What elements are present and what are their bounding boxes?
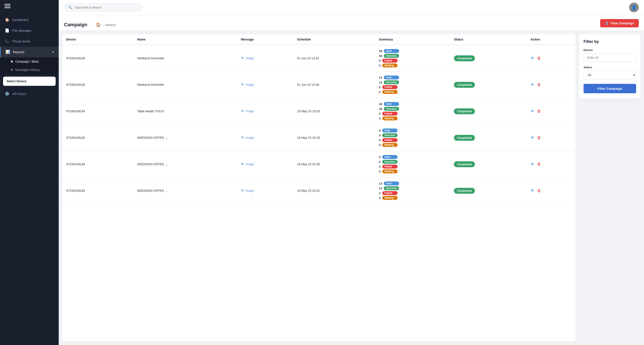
cell-action: 👁 🗑 bbox=[526, 45, 576, 72]
filter-device-input[interactable] bbox=[584, 53, 636, 62]
home-icon: 🏠 bbox=[5, 17, 9, 22]
cell-device: 97338149149 bbox=[62, 125, 133, 151]
clear-campaign-button[interactable]: 🗑️ Clear Campaign bbox=[600, 19, 639, 27]
eye-icon: 👁 bbox=[241, 136, 244, 140]
cell-action: 👁 🗑 bbox=[526, 151, 576, 178]
message-image-link[interactable]: 👁 image bbox=[241, 162, 289, 166]
message-image-link[interactable]: 👁 image bbox=[241, 83, 289, 87]
breadcrumb-home-icon[interactable]: 🏠 bbox=[96, 22, 101, 27]
cell-summary: 38total 38Success 0Failed 0Waiting bbox=[375, 98, 450, 125]
sidebar-header bbox=[0, 0, 59, 12]
sidebar-nav: 🏠 Dashboard 📄 File Manager 📞 Phone Book … bbox=[0, 12, 59, 345]
trash-icon: 🗑️ bbox=[605, 21, 609, 25]
view-button[interactable]: 👁 bbox=[530, 56, 534, 61]
cell-status: Completed bbox=[450, 125, 526, 151]
sidebar-sub-menu: Campaign / Blast Messages History bbox=[0, 57, 59, 74]
table-row: 97338149149 Table Awaits YOU!!! 👁 image … bbox=[62, 98, 576, 125]
sidebar-item-reports[interactable]: 📊 Reports ▾ bbox=[0, 47, 59, 57]
delete-button[interactable]: 🗑 bbox=[537, 135, 541, 140]
col-message: Message bbox=[237, 34, 293, 45]
cell-device: 97338149149 bbox=[62, 45, 133, 72]
message-image-link[interactable]: 👁 image bbox=[241, 136, 289, 140]
delete-button[interactable]: 🗑 bbox=[537, 188, 541, 193]
col-status: Status bbox=[450, 34, 526, 45]
select-device-box[interactable]: Select Device bbox=[3, 77, 56, 86]
filter-title: Filter by bbox=[584, 39, 636, 44]
eye-icon: 👁 bbox=[241, 189, 244, 193]
chevron-down-icon: ▾ bbox=[52, 50, 54, 54]
message-image-link[interactable]: 👁 image bbox=[241, 189, 289, 193]
cell-message: 👁 image bbox=[237, 125, 293, 151]
view-button[interactable]: 👁 bbox=[530, 135, 534, 140]
sidebar-item-phone-book[interactable]: 📞 Phone Book bbox=[0, 36, 59, 47]
view-button[interactable]: 👁 bbox=[530, 162, 534, 167]
cell-status: Completed bbox=[450, 45, 526, 72]
topbar: 🔍 👤 bbox=[59, 0, 644, 15]
cell-message: 👁 image bbox=[237, 98, 293, 125]
cell-summary: 4total 4Success 0Failed 0Waiting bbox=[375, 125, 450, 151]
col-summary: Summary bbox=[375, 34, 450, 45]
sidebar-item-messages-history[interactable]: Messages History bbox=[0, 66, 59, 74]
sidebar-sub-item-label: Campaign / Blast bbox=[15, 60, 39, 63]
view-button[interactable]: 👁 bbox=[530, 109, 534, 114]
cell-name: WEEKEND OFFER .... bbox=[133, 125, 237, 151]
search-bar[interactable]: 🔍 bbox=[64, 3, 143, 11]
sidebar: 🏠 Dashboard 📄 File Manager 📞 Phone Book … bbox=[0, 0, 59, 345]
table-row: 97338149149 Weekend Reminder 👁 image 01 … bbox=[62, 72, 576, 98]
cell-message: 👁 image bbox=[237, 72, 293, 98]
api-icon: ⚙️ bbox=[5, 91, 9, 96]
sidebar-item-api-docs[interactable]: ⚙️ API Docs bbox=[0, 88, 59, 99]
view-button[interactable]: 👁 bbox=[530, 188, 534, 193]
filter-device-label: Device bbox=[584, 48, 636, 52]
breadcrumb-current: History bbox=[105, 23, 116, 27]
inactive-dot bbox=[11, 69, 13, 71]
cell-status: Completed bbox=[450, 98, 526, 125]
phone-icon: 📞 bbox=[5, 39, 9, 43]
cell-schedule: 01 Jun 23 13:43 bbox=[293, 45, 375, 72]
col-schedule: Schedule bbox=[293, 34, 375, 45]
cell-schedule: 18 May 23 20:29 bbox=[293, 125, 375, 151]
table-row: 97338149149 WEEKEND OFFER .... 👁 image 1… bbox=[62, 125, 576, 151]
filter-campaign-button[interactable]: Filter Campaign bbox=[584, 84, 636, 93]
message-image-link[interactable]: 👁 image bbox=[241, 56, 289, 60]
sidebar-item-label: Dashboard bbox=[12, 18, 54, 22]
cell-name: Weekend Reminder bbox=[133, 45, 237, 72]
cell-name: WEEKEND OFFER .... bbox=[133, 178, 237, 204]
cell-device: 97338149149 bbox=[62, 151, 133, 178]
status-badge: Completed bbox=[454, 188, 475, 194]
cell-message: 👁 image bbox=[237, 45, 293, 72]
search-input[interactable] bbox=[74, 6, 139, 9]
sidebar-item-label: Phone Book bbox=[12, 39, 54, 43]
filter-campaign-label: Filter Campaign bbox=[597, 87, 622, 90]
delete-button[interactable]: 🗑 bbox=[537, 162, 541, 167]
cell-device: 97338149149 bbox=[62, 178, 133, 204]
breadcrumb-chevron-icon: › bbox=[102, 23, 104, 27]
view-button[interactable]: 👁 bbox=[530, 82, 534, 87]
message-image-link[interactable]: 👁 image bbox=[241, 109, 289, 113]
reports-icon: 📊 bbox=[6, 50, 10, 54]
cell-status: Completed bbox=[450, 178, 526, 204]
avatar[interactable]: 👤 bbox=[629, 3, 639, 12]
filter-status-select[interactable]: All Completed Pending Failed bbox=[584, 71, 636, 79]
cell-summary: 6total 6Success 0Failed 0Waiting bbox=[375, 151, 450, 178]
delete-button[interactable]: 🗑 bbox=[537, 56, 541, 61]
filter-panel: Filter by Device Status All Completed Pe… bbox=[579, 34, 640, 98]
sidebar-item-label: API Docs bbox=[12, 92, 54, 96]
sidebar-item-dashboard[interactable]: 🏠 Dashboard bbox=[0, 14, 59, 25]
col-action: Action bbox=[526, 34, 576, 45]
active-dot bbox=[11, 61, 13, 62]
status-badge: Completed bbox=[454, 55, 475, 61]
sidebar-item-file-manager[interactable]: 📄 File Manager bbox=[0, 25, 59, 36]
hamburger-menu[interactable] bbox=[4, 4, 10, 8]
sidebar-item-campaign-blast[interactable]: Campaign / Blast bbox=[0, 57, 59, 66]
delete-button[interactable]: 🗑 bbox=[537, 82, 541, 87]
cell-name: WEEKEND OFFER .... bbox=[133, 151, 237, 178]
delete-button[interactable]: 🗑 bbox=[537, 109, 541, 114]
table-row: 97338149149 Weekend Reminder 👁 image 01 … bbox=[62, 45, 576, 72]
breadcrumb: Campaign | 🏠 › History bbox=[64, 22, 116, 27]
cell-name: Table Awaits YOU!!! bbox=[133, 98, 237, 125]
status-badge: Completed bbox=[454, 82, 475, 88]
eye-icon: 👁 bbox=[241, 56, 244, 60]
content-area: Device Name Message Schedule Summary Sta… bbox=[59, 31, 644, 345]
table-header: Device Name Message Schedule Summary Sta… bbox=[62, 34, 576, 45]
